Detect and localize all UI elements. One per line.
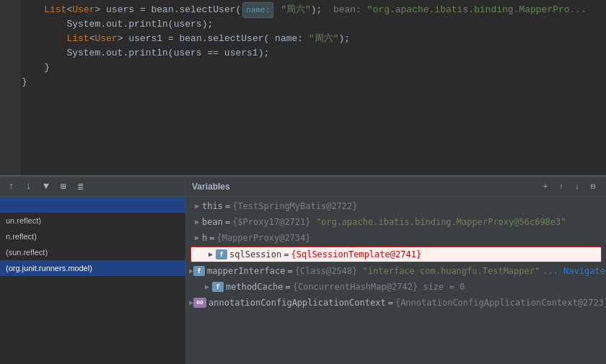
bottom-panel: ↑ ↓ ▼ ⊞ ≣ un.reflect) n.reflect) (sun.re… (0, 177, 606, 364)
add-watch-button[interactable]: + (538, 179, 553, 194)
code-line-10 (22, 133, 606, 147)
code-line-5: } (22, 61, 606, 75)
line-gutter (0, 0, 20, 175)
var-row-bean[interactable]: ▶ bean = {$Proxy17@2721} "org.apache.iba… (186, 214, 606, 230)
active-frame-header (0, 197, 185, 213)
expand-h-icon[interactable]: ▶ (192, 230, 202, 246)
code-line-8 (22, 104, 606, 118)
code-line-11 (22, 147, 606, 161)
field-icon-methodcache: f (212, 282, 224, 292)
stack-frame-2[interactable]: n.reflect) (0, 228, 185, 244)
field-icon-sqlsession: f (216, 249, 227, 259)
code-line-2: System.out.println(users); (22, 17, 606, 32)
grid-icon[interactable]: ⊞ (56, 179, 71, 194)
step-down-icon[interactable]: ↓ (22, 179, 36, 194)
debug-call-stack[interactable]: un.reflect) n.reflect) (sun.reflect) (or… (0, 213, 185, 364)
debug-toolbar: ↑ ↓ ▼ ⊞ ≣ (0, 177, 185, 197)
code-line-7 (22, 89, 606, 104)
code-line-9 (22, 118, 606, 133)
variables-content: ▶ this = {TestSpringMyBatis@2722} ▶ bean… (186, 197, 606, 364)
var-row-methodcache[interactable]: ▶ f methodCache = {ConcurrentHashMap@274… (186, 279, 606, 295)
move-up-button[interactable]: ↑ (554, 179, 568, 194)
code-editor: List<User> users = bean.selectUser( name… (0, 0, 606, 177)
debug-sidebar: ↑ ↓ ▼ ⊞ ≣ un.reflect) n.reflect) (sun.re… (0, 177, 186, 364)
code-content: List<User> users = bean.selectUser( name… (0, 0, 606, 177)
variables-title: Variables (192, 182, 230, 192)
remove-watch-button[interactable]: ⊟ (586, 179, 600, 194)
filter-icon[interactable]: ▼ (39, 179, 53, 194)
variables-toolbar: + ↑ ↓ ⊟ (538, 179, 600, 194)
code-line-1: List<User> users = bean.selectUser( name… (22, 3, 606, 17)
stack-frame-3[interactable]: (sun.reflect) (0, 244, 185, 260)
code-line-12 (22, 161, 606, 176)
menu-icon[interactable]: ≣ (74, 179, 88, 194)
move-down-button[interactable]: ↓ (570, 179, 584, 194)
expand-methodcache-icon[interactable]: ▶ (202, 279, 212, 295)
expand-this-icon[interactable]: ▶ (192, 198, 202, 214)
var-row-this[interactable]: ▶ this = {TestSpringMyBatis@2722} (186, 198, 606, 214)
code-line-6: } (22, 75, 606, 89)
var-row-sqlsession[interactable]: ▶ f sqlSession = {SqlSessionTemplate@274… (190, 247, 602, 262)
navigate-link[interactable]: ... Navigate (543, 263, 605, 279)
step-up-icon[interactable]: ↑ (4, 179, 19, 194)
var-row-h[interactable]: ▶ h = {MapperProxy@2734} (186, 230, 606, 246)
stack-frame-1[interactable]: un.reflect) (0, 213, 185, 228)
field-icon-oo-annotationcontext: oo (193, 298, 206, 308)
tooltip-name: name: (242, 2, 273, 18)
field-icon-mapperinterface: f (193, 266, 205, 276)
code-line-4: System.out.println(users == users1); (22, 46, 606, 61)
var-row-mapperinterface[interactable]: ▶ f mapperInterface = {Class@2548} "inte… (186, 263, 606, 279)
expand-sqlsession-icon[interactable]: ▶ (206, 247, 216, 262)
expand-bean-icon[interactable]: ▶ (192, 214, 202, 230)
stack-frame-4[interactable]: (org.junit.runners.model) (0, 260, 185, 276)
variables-panel: Variables + ↑ ↓ ⊟ ▶ this = {TestSpringMy… (186, 177, 606, 364)
var-row-annotationcontext[interactable]: ▶ oo annotationConfigApplicationContext … (186, 295, 606, 311)
variables-header: Variables + ↑ ↓ ⊟ (186, 177, 606, 197)
code-line-3: List<User> users1 = bean.selectUser( nam… (22, 32, 606, 46)
